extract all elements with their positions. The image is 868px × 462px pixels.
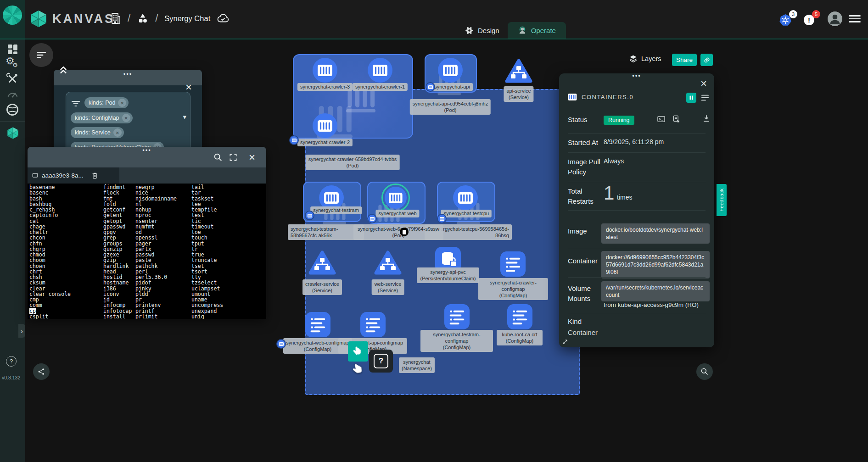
pod-node-testcpu[interactable] [453, 185, 478, 210]
pod-node-crawler-3[interactable] [313, 58, 337, 83]
feedback-tab[interactable]: Feedback [717, 184, 727, 216]
configmap-node-web[interactable] [305, 312, 330, 337]
sidebar-item-kanvas-active[interactable] [6, 127, 19, 139]
design-name[interactable]: Synergy Chat [164, 14, 210, 23]
service-node-crawler[interactable] [308, 250, 336, 275]
download-icon[interactable] [702, 114, 711, 123]
divider [568, 152, 706, 153]
terminal-output[interactable]: basenamebasencbashbashbugc_rehashcaptoin… [28, 184, 266, 319]
node-label[interactable]: synergychat-crawler-3 [297, 83, 353, 91]
pod-badge-icon[interactable] [426, 82, 435, 92]
sidebar-expander[interactable]: › [18, 324, 25, 338]
session-icon [32, 173, 38, 178]
user-avatar[interactable] [828, 11, 842, 26]
k8s-context-count-badge: 3 [789, 10, 797, 18]
drag-handle-icon[interactable]: ••• [632, 72, 641, 79]
sidebar-item-configuration[interactable] [6, 72, 19, 85]
fullscreen-icon[interactable] [229, 153, 238, 162]
kanvas-brand[interactable]: KANVAS [29, 10, 115, 28]
notifications-button[interactable]: ! 5 [804, 10, 821, 28]
container-icon [443, 65, 458, 76]
organization-icon[interactable] [109, 12, 121, 25]
share-button[interactable]: Share [672, 54, 697, 66]
terminal-header[interactable]: ••• × [28, 147, 266, 167]
search-icon[interactable] [213, 153, 223, 162]
node-label[interactable]: synergychat-web [375, 210, 419, 217]
trash-icon[interactable] [91, 172, 99, 180]
node-label[interactable]: synergychat-testram [310, 206, 362, 214]
panel-close-icon[interactable]: × [700, 78, 707, 89]
pod-node-crawler-1[interactable] [368, 58, 392, 83]
node-label[interactable]: synergychat-testcpu [441, 210, 492, 217]
service-node-api[interactable] [505, 59, 532, 83]
pan-tool-button[interactable] [348, 341, 368, 362]
menu-button[interactable] [849, 13, 861, 24]
terminal-column: basenamebasencbashbashbugc_rehashcaptoin… [29, 184, 71, 319]
meshery-logo-icon[interactable] [3, 6, 22, 25]
panel-menu-button[interactable] [29, 43, 53, 67]
terminal-tab[interactable]: aaaa39e3-8a... [28, 167, 119, 184]
volume-mounts-value[interactable]: /var/run/secrets/kubernetes.io/serviceac… [601, 281, 710, 301]
design-pinwheel-icon [465, 26, 474, 35]
chevron-down-icon[interactable]: ▾ [183, 113, 186, 121]
tab-operate[interactable]: Operate [508, 22, 566, 39]
filter-panel-header[interactable]: ••• [54, 70, 202, 85]
image-value[interactable]: docker.io/bootdotdev/synergychat-web:lat… [601, 223, 710, 244]
section-title: CONTAINERS.0 [582, 94, 633, 100]
filter-close-icon[interactable]: × [185, 82, 192, 93]
zoom-search-button[interactable] [696, 363, 713, 380]
pod-badge-icon[interactable] [305, 211, 314, 220]
copy-link-button[interactable] [700, 54, 713, 66]
pod-badge-icon[interactable] [437, 214, 447, 223]
details-open-badge-icon[interactable] [400, 228, 409, 236]
layers-icon [629, 54, 638, 63]
chip-close-icon[interactable]: × [113, 128, 122, 137]
assistant-button[interactable] [33, 363, 50, 380]
group-badge-icon[interactable] [289, 135, 299, 145]
view-columns-button[interactable] [686, 93, 696, 103]
chip-close-icon[interactable]: × [122, 114, 130, 122]
node-label[interactable]: synergychat-crawler-1 [353, 83, 408, 91]
node-label[interactable]: synergychat-api [431, 83, 473, 91]
configmap-node-crawler[interactable] [500, 251, 526, 277]
pod-badge-icon[interactable] [367, 214, 377, 223]
sidebar-item-performance[interactable] [6, 89, 19, 101]
total-restarts-unit: times [617, 194, 632, 201]
pod-node-crawler-2[interactable] [313, 113, 337, 138]
pod-node-api[interactable] [438, 58, 463, 83]
sidebar-item-lifecycle[interactable]: ⚙ ⚙ [6, 56, 19, 70]
designs-icon[interactable] [137, 12, 149, 24]
left-sidebar: ⚙ ⚙ [0, 39, 25, 462]
sidebar-item-extensions[interactable] [6, 103, 19, 117]
service-label: crawler-service (Service) [302, 279, 342, 295]
logs-icon[interactable] [672, 115, 681, 123]
namespace-badge-icon[interactable] [276, 339, 286, 349]
drag-handle-icon[interactable]: ••• [123, 71, 133, 78]
help-button[interactable]: ? [6, 356, 17, 367]
filter-chip[interactable]: kinds: ConfigMap× [71, 112, 133, 123]
service-node-web[interactable] [374, 250, 402, 275]
chip-close-icon[interactable]: × [118, 99, 126, 107]
drag-handle-icon[interactable]: ••• [142, 147, 151, 154]
sidebar-item-dashboard[interactable] [6, 43, 19, 56]
cloud-sync-icon[interactable] [217, 13, 230, 23]
layers-button[interactable]: Layers [629, 54, 661, 63]
filter-chip-label: kinds: Service [75, 129, 111, 136]
breadcrumb-separator: / [155, 12, 158, 24]
pod-node-web-selected[interactable] [381, 184, 410, 212]
configmap-node-kube-root[interactable] [507, 304, 532, 329]
terminal-close-icon[interactable]: × [249, 151, 255, 164]
node-label[interactable]: synergychat-crawler-2 [297, 139, 353, 146]
help-tool-button[interactable]: ? [369, 350, 393, 373]
expand-icon[interactable] [562, 339, 568, 345]
filter-chip[interactable]: kinds: Pod× [84, 97, 129, 108]
list-view-icon[interactable] [700, 94, 710, 102]
tab-design[interactable]: Design [457, 22, 508, 39]
collapse-icon[interactable] [58, 64, 68, 74]
configmap-node-api[interactable] [360, 312, 386, 337]
configmap-node-testram[interactable] [444, 304, 470, 329]
filter-chip[interactable]: kinds: Service× [71, 127, 124, 138]
exec-terminal-icon[interactable] [657, 115, 666, 123]
kubernetes-contexts-button[interactable]: 3 [779, 10, 797, 28]
container-id-value[interactable]: docker://6d96990655cc952b4423304f3c57d66… [601, 251, 710, 278]
